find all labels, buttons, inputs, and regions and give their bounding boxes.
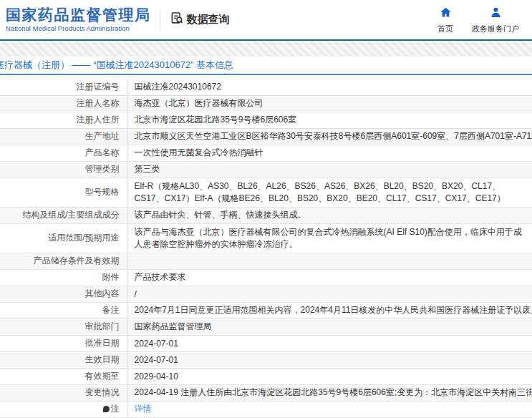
table-row: 有效期至 2029-04-10 — [0, 368, 532, 384]
home-icon — [440, 6, 452, 21]
row-label: 生效日期 — [85, 354, 120, 364]
header: 国家药品监督管理局 National Medical Products Admi… — [0, 0, 532, 39]
table-row: 变更情况 2024-04-19 注册人住所由北京市海淀区花园北路35号9号楼6层… — [0, 384, 532, 401]
row-value: 该产品与海杰亚（北京）医疗器械有限公司的复合式冷热消融系统(AI Elf S10… — [135, 227, 522, 249]
table-row: 审批部门 国家药品监督管理局 — [0, 319, 532, 335]
row-label: 注册人名称 — [77, 98, 120, 108]
header-divider — [160, 9, 160, 31]
row-label: 生产地址 — [85, 131, 120, 141]
row-label: 注 — [111, 404, 120, 414]
row-value: 该产品由针尖、针管、手柄、快速接头组成。 — [135, 210, 306, 220]
table-row: 生效日期 2024-07-01 — [0, 351, 532, 368]
user-icon — [490, 6, 502, 21]
title-row: 医疗器械（注册） —— “国械注准20243010672” 基本信息 — [0, 57, 532, 74]
table-row: 结构及组成/主要组成成分 该产品由针尖、针管、手柄、快速接头组成。 — [0, 207, 532, 223]
data-query-label: 数据查询 — [187, 13, 230, 26]
row-label: 批准日期 — [85, 338, 120, 348]
table-row: 管理类别 第三类 — [0, 161, 532, 178]
table-row: 其他内容 / — [0, 286, 532, 302]
row-label: 变更情况 — [85, 387, 120, 397]
row-value: 海杰亚（北京）医疗器械有限公司 — [135, 98, 263, 108]
row-value: 国家药品监督管理局 — [135, 321, 212, 331]
row-label: 注册证编号 — [77, 82, 120, 92]
row-value: 产品技术要求 — [135, 272, 186, 282]
header-nav: 首页 政务服务门户 — [437, 5, 519, 34]
row-value: / — [135, 289, 137, 299]
info-table-body: 注册证编号 国械注准20243010672 注册人名称 海杰亚（北京）医疗器械有… — [0, 79, 532, 417]
nav-home[interactable]: 首页 — [437, 6, 453, 34]
table-row: 注册人住所 北京市海淀区花园北路35号9号楼6层606室 — [0, 112, 532, 128]
table-row: 注 详情 — [0, 401, 532, 417]
row-value: 2024-07-01 — [135, 339, 178, 349]
page-title: 医疗器械（注册） —— “国械注准20243010672” 基本信息 — [0, 59, 233, 72]
logo-title: 国家药品监督管理局 — [6, 6, 151, 24]
table-row: 产品名称 一次性使用无菌复合式冷热消融针 — [0, 145, 532, 161]
row-label: 审批部门 — [85, 321, 120, 331]
table-row: 注册人名称 海杰亚（北京）医疗器械有限公司 — [0, 95, 532, 112]
row-value: 第三类 — [135, 164, 160, 174]
row-value: 北京市顺义区天竺空港工业区B区裕华路30号安泰科技8号楼6层西侧A601室-60… — [135, 131, 532, 141]
document-search-icon — [170, 11, 184, 28]
table-row: 注册证编号 国械注准20243010672 — [0, 79, 532, 95]
page: 国家药品监督管理局 National Medical Products Admi… — [0, 0, 532, 418]
title-divider — [0, 74, 532, 75]
logo-subtitle: National Medical Products Administration — [6, 24, 151, 33]
data-query-nav[interactable]: 数据查询 — [170, 11, 230, 28]
table-row: 生产地址 北京市顺义区天竺空港工业区B区裕华路30号安泰科技8号楼6层西侧A60… — [0, 128, 532, 145]
table-row: 适用范围/预期用途 该产品与海杰亚（北京）医疗器械有限公司的复合式冷热消融系统(… — [0, 223, 532, 253]
row-label: 注册人住所 — [77, 115, 120, 125]
row-value: Elf-R（规格AL30、AS30、BL26、AL26、BS26、AS26、BX… — [135, 181, 506, 203]
table-row: 备注 2024年7月1日同意更正适用范围相关内容，2024年4月11日核发的中华… — [0, 302, 532, 319]
table-row: 产品储存条件及有效期 — [0, 253, 532, 269]
row-label: 有效期至 — [85, 371, 120, 381]
table-wrap: 注册证编号 国械注准20243010672 注册人名称 海杰亚（北京）医疗器械有… — [0, 79, 532, 418]
row-value: 北京市海淀区花园北路35号9号楼6层606室 — [135, 115, 297, 125]
row-label: 备注 — [102, 305, 120, 315]
row-value: 一次性使用无菌复合式冷热消融针 — [135, 147, 263, 157]
row-label: 其他内容 — [85, 288, 120, 298]
detail-link[interactable]: 详情 — [135, 404, 152, 414]
table-row: 附件 产品技术要求 — [0, 269, 532, 286]
nav-portal-label: 政务服务门户 — [472, 24, 519, 34]
row-value: 2029-04-10 — [135, 371, 178, 381]
table-row: 批准日期 2024-07-01 — [0, 335, 532, 351]
table-row: 型号规格 Elf-R（规格AL30、AS30、BL26、AL26、BS26、AS… — [0, 178, 532, 207]
nav-portal[interactable]: 政务服务门户 — [472, 6, 519, 34]
row-label: 管理类别 — [85, 164, 120, 174]
comment-icon — [103, 406, 110, 412]
row-label: 产品储存条件及有效期 — [34, 256, 120, 266]
stripe-band — [0, 41, 532, 57]
info-table: 注册证编号 国械注准20243010672 注册人名称 海杰亚（北京）医疗器械有… — [0, 79, 532, 418]
row-label: 适用范围/预期用途 — [48, 233, 119, 243]
row-label: 附件 — [102, 272, 120, 282]
row-label: 型号规格 — [85, 187, 120, 197]
row-label: 结构及组成/主要组成成分 — [22, 210, 119, 220]
row-value: 2024-07-01 — [135, 355, 178, 365]
row-value: 国械注准20243010672 — [135, 82, 221, 92]
nav-home-label: 首页 — [437, 24, 453, 34]
row-label: 产品名称 — [85, 147, 120, 157]
nmpa-logo[interactable]: 国家药品监督管理局 National Medical Products Admi… — [6, 6, 151, 33]
row-value: 2024年7月1日同意更正适用范围相关内容，2024年4月11日核发的中华人民共… — [135, 305, 532, 315]
row-value: 2024-04-19 注册人住所由北京市海淀区花园北路35号9号楼6层606室;… — [135, 387, 532, 397]
